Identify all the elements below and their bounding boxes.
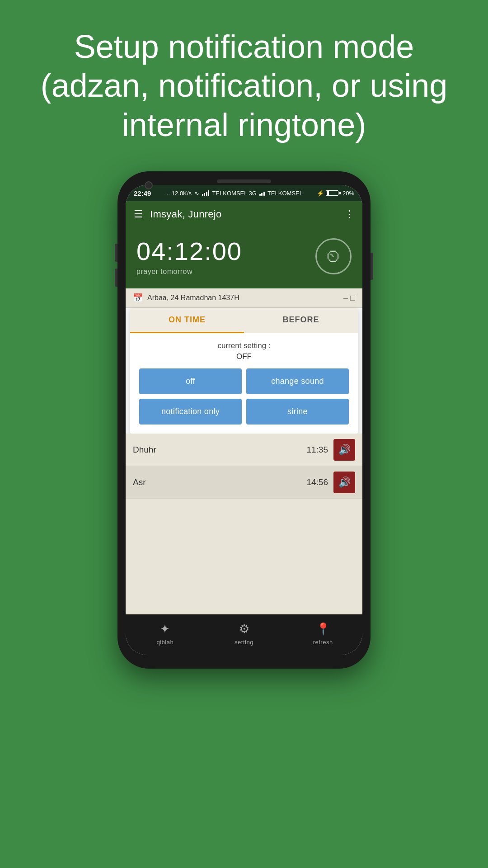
prayer-name-asr: Asr — [133, 477, 306, 487]
clock-subtitle: prayer tomorrow — [136, 268, 306, 276]
setting-icon: ⚙ — [239, 622, 249, 636]
battery-icon — [326, 190, 341, 196]
power-button — [371, 253, 373, 280]
wifi-icon: ∿ — [194, 190, 199, 197]
battery-percent: 20% — [343, 190, 354, 197]
clock-left: 04:12:00 prayer tomorrow — [136, 236, 306, 276]
signal-bars-2 — [259, 190, 265, 196]
carrier1: TELKOMSEL 3G — [212, 190, 257, 197]
clock-area: 04:12:00 prayer tomorrow ⏲ — [126, 227, 362, 288]
more-options-icon[interactable]: ⋮ — [344, 208, 354, 220]
status-right: ⚡ 20% — [317, 190, 354, 197]
sound-button-dhuhr[interactable]: 🔊 — [333, 439, 355, 461]
signal-bars-1 — [202, 190, 210, 196]
network-speed: ... 12.0K/s — [165, 190, 192, 197]
nav-label-refresh: refresh — [313, 639, 333, 646]
notification-dialog: ON TIME BEFORE current setting : OFF off… — [130, 308, 358, 434]
prayer-name-dhuhr: Dhuhr — [133, 445, 306, 455]
notification-only-button[interactable]: notification only — [139, 399, 242, 425]
refresh-icon: 📍 — [316, 622, 330, 636]
bottom-nav: ✦ qiblah ⚙ setting 📍 refresh — [126, 614, 362, 655]
prayer-time-dhuhr: 11:35 — [306, 445, 328, 455]
app-title: Imsyak, Junrejo — [150, 208, 337, 220]
app-header: ☰ Imsyak, Junrejo ⋮ — [126, 201, 362, 227]
page-title: Setup notification mode (adzan, notifica… — [0, 0, 488, 162]
nav-label-qiblah: qiblah — [156, 639, 174, 646]
tab-ontime[interactable]: ON TIME — [130, 308, 244, 333]
carrier2: TELKOMSEL — [267, 190, 303, 197]
qiblah-icon: ✦ — [160, 622, 170, 636]
prayer-item-dhuhr: Dhuhr 11:35 🔊 — [126, 434, 362, 466]
lightning-icon: ⚡ — [317, 190, 324, 197]
off-button[interactable]: off — [139, 368, 242, 394]
sound-button-asr[interactable]: 🔊 — [333, 472, 355, 493]
prayer-list: Dhuhr 11:35 🔊 Asr 14:56 🔊 — [126, 434, 362, 614]
volume-up-button — [115, 244, 117, 262]
dialog-body: current setting : OFF off change sound n… — [130, 333, 358, 434]
tab-before[interactable]: BEFORE — [244, 308, 358, 333]
change-sound-button[interactable]: change sound — [246, 368, 349, 394]
front-camera — [145, 181, 153, 189]
nav-item-refresh[interactable]: 📍 refresh — [283, 622, 362, 646]
dialog-buttons: off change sound notification only sirin… — [139, 368, 349, 425]
prayer-item-asr: Asr 14:56 🔊 — [126, 466, 362, 499]
phone-mockup: 22:49 ... 12.0K/s ∿ TELKOMSEL 3G TELKOMS… — [117, 171, 371, 669]
clock-icon: ⏲ — [315, 238, 352, 274]
current-setting-value: OFF — [139, 352, 349, 361]
sirine-button[interactable]: sirine — [246, 399, 349, 425]
status-bar: 22:49 ... 12.0K/s ∿ TELKOMSEL 3G TELKOMS… — [126, 185, 362, 201]
minimize-icon[interactable]: – □ — [343, 293, 355, 303]
current-setting-label: current setting : — [139, 341, 349, 350]
nav-item-setting[interactable]: ⚙ setting — [205, 622, 284, 646]
status-center: ... 12.0K/s ∿ TELKOMSEL 3G TELKOMSEL — [165, 190, 303, 197]
calendar-icon: 📅 — [133, 293, 143, 303]
phone-screen: 22:49 ... 12.0K/s ∿ TELKOMSEL 3G TELKOMS… — [126, 185, 362, 655]
hamburger-icon[interactable]: ☰ — [134, 209, 143, 219]
date-bar: 📅 Arbaa, 24 Ramadhan 1437H – □ — [126, 288, 362, 308]
date-text: Arbaa, 24 Ramadhan 1437H — [147, 294, 339, 302]
nav-label-setting: setting — [235, 639, 253, 646]
dialog-tabs: ON TIME BEFORE — [130, 308, 358, 333]
nav-item-qiblah[interactable]: ✦ qiblah — [126, 622, 205, 646]
volume-down-button — [115, 269, 117, 287]
clock-time: 04:12:00 — [136, 236, 306, 266]
prayer-time-asr: 14:56 — [306, 477, 328, 487]
status-time: 22:49 — [134, 189, 151, 197]
